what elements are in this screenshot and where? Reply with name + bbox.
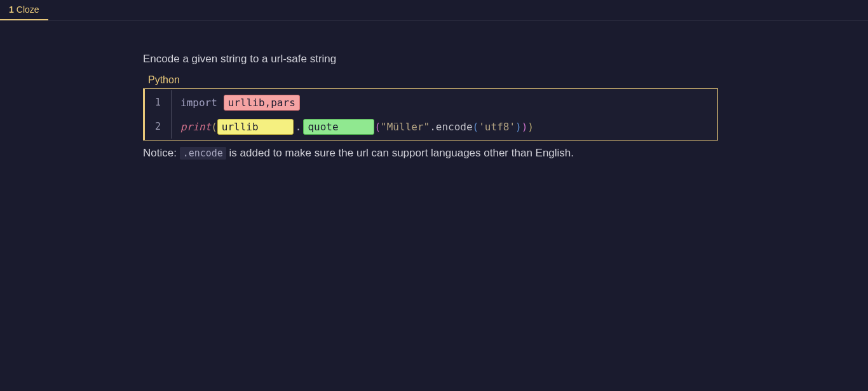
paren-close-2: ) <box>522 121 528 133</box>
inline-code-encode: .encode <box>180 147 226 160</box>
paren-close-3: ) <box>515 121 522 133</box>
code-content: import urllib,pars <box>172 95 300 111</box>
line-number: 2 <box>145 114 172 139</box>
notice-text: Notice: .encode is added to make sure th… <box>143 147 718 160</box>
paren-open-3: ( <box>473 121 479 133</box>
prompt-text: Encode a given string to a url-safe stri… <box>143 53 718 65</box>
string-literal: "Müller" <box>381 121 430 133</box>
function-print: print <box>180 121 211 133</box>
notice-prefix: Notice: <box>143 147 180 159</box>
code-line-1: 1 import urllib,pars <box>145 90 717 114</box>
tab-cloze[interactable]: 1Cloze <box>0 0 48 20</box>
tab-bar: 1Cloze <box>0 0 868 21</box>
line-number: 1 <box>145 90 172 114</box>
code-content: print(urllib.quote("Müller".encode('utf8… <box>172 119 534 135</box>
cloze-field-pink[interactable]: urllib,pars <box>224 95 300 111</box>
paren-close: ) <box>527 121 534 133</box>
cloze-field-green[interactable]: quote <box>303 119 374 135</box>
string-literal-2: 'utf8' <box>478 121 515 133</box>
keyword-import: import <box>180 97 217 109</box>
tab-number: 1 <box>9 4 14 15</box>
method-encode: .encode <box>430 121 472 133</box>
dot-operator: . <box>295 121 302 133</box>
paren-open-2: ( <box>374 121 381 133</box>
tab-label: Cloze <box>17 4 39 15</box>
code-language-label: Python <box>148 74 718 86</box>
paren-open: ( <box>211 121 217 133</box>
notice-suffix: is added to make sure the url can suppor… <box>226 147 574 159</box>
code-line-2: 2 print(urllib.quote("Müller".encode('ut… <box>145 114 717 139</box>
code-block: 1 import urllib,pars 2 print(urllib.quot… <box>143 88 718 141</box>
cloze-field-yellow[interactable]: urllib <box>217 119 294 135</box>
card-content: Encode a given string to a url-safe stri… <box>0 21 718 160</box>
